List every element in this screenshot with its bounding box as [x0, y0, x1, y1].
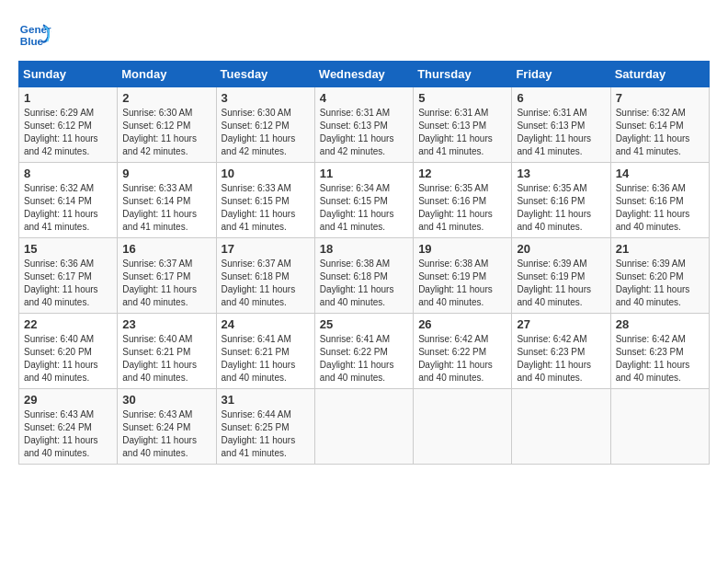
- day-number: 18: [320, 242, 408, 256]
- day-detail: Sunrise: 6:36 AMSunset: 6:16 PMDaylight:…: [616, 183, 690, 232]
- day-detail: Sunrise: 6:38 AMSunset: 6:18 PMDaylight:…: [320, 259, 394, 307]
- calendar-day-cell: 31 Sunrise: 6:44 AMSunset: 6:25 PMDaylig…: [216, 389, 314, 465]
- day-detail: Sunrise: 6:44 AMSunset: 6:25 PMDaylight:…: [222, 409, 296, 458]
- header-tuesday: Tuesday: [216, 62, 314, 87]
- calendar-day-cell: 27 Sunrise: 6:42 AMSunset: 6:23 PMDaylig…: [512, 314, 610, 389]
- day-number: 14: [616, 167, 704, 180]
- calendar-day-cell: 9 Sunrise: 6:33 AMSunset: 6:14 PMDayligh…: [118, 163, 216, 238]
- day-number: 27: [517, 317, 605, 331]
- day-detail: Sunrise: 6:41 AMSunset: 6:22 PMDaylight:…: [320, 334, 394, 383]
- day-detail: Sunrise: 6:29 AMSunset: 6:12 PMDaylight:…: [24, 108, 98, 156]
- calendar-day-cell: 24 Sunrise: 6:41 AMSunset: 6:21 PMDaylig…: [216, 314, 314, 389]
- day-detail: Sunrise: 6:42 AMSunset: 6:22 PMDaylight:…: [418, 334, 493, 383]
- day-number: 15: [24, 242, 112, 256]
- calendar-day-cell: 10 Sunrise: 6:33 AMSunset: 6:15 PMDaylig…: [216, 163, 314, 238]
- day-number: 30: [122, 393, 210, 407]
- calendar-day-cell: 1 Sunrise: 6:29 AMSunset: 6:12 PMDayligh…: [19, 87, 118, 163]
- day-detail: Sunrise: 6:42 AMSunset: 6:23 PMDaylight:…: [616, 334, 690, 383]
- logo-icon: General Blue: [18, 18, 51, 52]
- header-monday: Monday: [118, 62, 216, 87]
- day-detail: Sunrise: 6:31 AMSunset: 6:13 PMDaylight:…: [320, 108, 394, 156]
- day-detail: Sunrise: 6:36 AMSunset: 6:17 PMDaylight:…: [24, 259, 98, 307]
- day-detail: Sunrise: 6:37 AMSunset: 6:18 PMDaylight:…: [222, 259, 296, 307]
- day-number: 9: [122, 167, 210, 180]
- calendar-day-cell: 14 Sunrise: 6:36 AMSunset: 6:16 PMDaylig…: [610, 163, 709, 238]
- day-detail: Sunrise: 6:34 AMSunset: 6:15 PMDaylight:…: [320, 183, 394, 232]
- calendar-day-cell: 17 Sunrise: 6:37 AMSunset: 6:18 PMDaylig…: [216, 238, 314, 314]
- day-detail: Sunrise: 6:39 AMSunset: 6:19 PMDaylight:…: [517, 259, 591, 307]
- day-number: 13: [517, 167, 605, 180]
- day-number: 10: [222, 167, 310, 180]
- day-detail: Sunrise: 6:43 AMSunset: 6:24 PMDaylight:…: [122, 409, 197, 458]
- day-number: 12: [418, 167, 506, 180]
- day-detail: Sunrise: 6:38 AMSunset: 6:19 PMDaylight:…: [418, 259, 493, 307]
- calendar-day-cell: 3 Sunrise: 6:30 AMSunset: 6:12 PMDayligh…: [216, 87, 314, 163]
- weekday-header-row: Sunday Monday Tuesday Wednesday Thursday…: [19, 62, 710, 87]
- calendar-day-cell: 23 Sunrise: 6:40 AMSunset: 6:21 PMDaylig…: [118, 314, 216, 389]
- day-number: 7: [616, 91, 704, 105]
- calendar-empty-cell: [314, 389, 413, 465]
- calendar-empty-cell: [414, 389, 512, 465]
- calendar-day-cell: 6 Sunrise: 6:31 AMSunset: 6:13 PMDayligh…: [512, 87, 610, 163]
- day-number: 2: [122, 91, 210, 105]
- calendar-day-cell: 25 Sunrise: 6:41 AMSunset: 6:22 PMDaylig…: [314, 314, 413, 389]
- day-detail: Sunrise: 6:32 AMSunset: 6:14 PMDaylight:…: [616, 108, 690, 156]
- calendar-week-row: 15 Sunrise: 6:36 AMSunset: 6:17 PMDaylig…: [19, 238, 710, 314]
- calendar-day-cell: 22 Sunrise: 6:40 AMSunset: 6:20 PMDaylig…: [19, 314, 118, 389]
- day-number: 24: [222, 317, 310, 331]
- header-sunday: Sunday: [19, 62, 118, 87]
- day-number: 23: [122, 317, 210, 331]
- calendar-day-cell: 7 Sunrise: 6:32 AMSunset: 6:14 PMDayligh…: [610, 87, 709, 163]
- header-thursday: Thursday: [414, 62, 512, 87]
- day-detail: Sunrise: 6:41 AMSunset: 6:21 PMDaylight:…: [222, 334, 296, 383]
- day-number: 25: [320, 317, 408, 331]
- day-detail: Sunrise: 6:37 AMSunset: 6:17 PMDaylight:…: [122, 259, 197, 307]
- page-header: General Blue: [18, 18, 710, 52]
- header-friday: Friday: [512, 62, 610, 87]
- calendar-week-row: 8 Sunrise: 6:32 AMSunset: 6:14 PMDayligh…: [19, 163, 710, 238]
- calendar-day-cell: 26 Sunrise: 6:42 AMSunset: 6:22 PMDaylig…: [414, 314, 512, 389]
- day-detail: Sunrise: 6:43 AMSunset: 6:24 PMDaylight:…: [24, 409, 98, 458]
- day-number: 28: [616, 317, 704, 331]
- header-wednesday: Wednesday: [314, 62, 413, 87]
- day-number: 8: [24, 167, 112, 180]
- calendar-table: Sunday Monday Tuesday Wednesday Thursday…: [18, 61, 710, 465]
- calendar-day-cell: 21 Sunrise: 6:39 AMSunset: 6:20 PMDaylig…: [610, 238, 709, 314]
- day-detail: Sunrise: 6:30 AMSunset: 6:12 PMDaylight:…: [222, 108, 296, 156]
- day-detail: Sunrise: 6:40 AMSunset: 6:21 PMDaylight:…: [122, 334, 197, 383]
- day-detail: Sunrise: 6:33 AMSunset: 6:15 PMDaylight:…: [222, 183, 296, 232]
- calendar-day-cell: 16 Sunrise: 6:37 AMSunset: 6:17 PMDaylig…: [118, 238, 216, 314]
- day-number: 17: [222, 242, 310, 256]
- calendar-week-row: 1 Sunrise: 6:29 AMSunset: 6:12 PMDayligh…: [19, 87, 710, 163]
- day-number: 6: [517, 91, 605, 105]
- day-number: 21: [616, 242, 704, 256]
- day-detail: Sunrise: 6:32 AMSunset: 6:14 PMDaylight:…: [24, 183, 98, 232]
- day-detail: Sunrise: 6:31 AMSunset: 6:13 PMDaylight:…: [517, 108, 591, 156]
- day-number: 26: [418, 317, 506, 331]
- day-detail: Sunrise: 6:35 AMSunset: 6:16 PMDaylight:…: [517, 183, 591, 232]
- calendar-day-cell: 12 Sunrise: 6:35 AMSunset: 6:16 PMDaylig…: [414, 163, 512, 238]
- day-number: 22: [24, 317, 112, 331]
- calendar-day-cell: 13 Sunrise: 6:35 AMSunset: 6:16 PMDaylig…: [512, 163, 610, 238]
- calendar-day-cell: 2 Sunrise: 6:30 AMSunset: 6:12 PMDayligh…: [118, 87, 216, 163]
- calendar-week-row: 29 Sunrise: 6:43 AMSunset: 6:24 PMDaylig…: [19, 389, 710, 465]
- day-number: 31: [222, 393, 310, 407]
- day-number: 5: [418, 91, 506, 105]
- day-number: 19: [418, 242, 506, 256]
- day-detail: Sunrise: 6:30 AMSunset: 6:12 PMDaylight:…: [122, 108, 197, 156]
- calendar-day-cell: 18 Sunrise: 6:38 AMSunset: 6:18 PMDaylig…: [314, 238, 413, 314]
- day-number: 20: [517, 242, 605, 256]
- calendar-day-cell: 29 Sunrise: 6:43 AMSunset: 6:24 PMDaylig…: [19, 389, 118, 465]
- calendar-week-row: 22 Sunrise: 6:40 AMSunset: 6:20 PMDaylig…: [19, 314, 710, 389]
- day-detail: Sunrise: 6:35 AMSunset: 6:16 PMDaylight:…: [418, 183, 493, 232]
- calendar-day-cell: 28 Sunrise: 6:42 AMSunset: 6:23 PMDaylig…: [610, 314, 709, 389]
- calendar-day-cell: 5 Sunrise: 6:31 AMSunset: 6:13 PMDayligh…: [414, 87, 512, 163]
- day-number: 4: [320, 91, 408, 105]
- day-number: 11: [320, 167, 408, 180]
- calendar-day-cell: 11 Sunrise: 6:34 AMSunset: 6:15 PMDaylig…: [314, 163, 413, 238]
- calendar-empty-cell: [512, 389, 610, 465]
- day-detail: Sunrise: 6:31 AMSunset: 6:13 PMDaylight:…: [418, 108, 493, 156]
- day-number: 3: [222, 91, 310, 105]
- calendar-empty-cell: [610, 389, 709, 465]
- day-detail: Sunrise: 6:40 AMSunset: 6:20 PMDaylight:…: [24, 334, 98, 383]
